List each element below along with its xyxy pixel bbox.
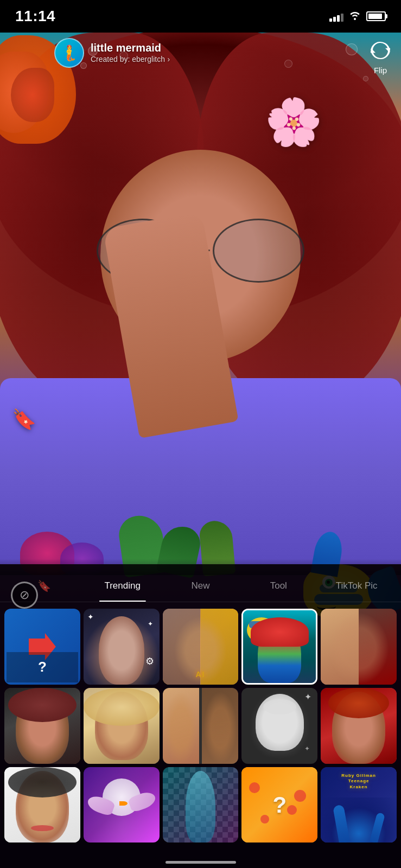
- effect-face-woman-dark[interactable]: [4, 688, 80, 764]
- bubble-1: [346, 43, 358, 55]
- wifi-icon: [349, 10, 361, 23]
- filter-name: little mermaid: [91, 42, 170, 54]
- bookmark-side-button[interactable]: 🔖: [12, 408, 36, 431]
- tool-label: Tool: [270, 580, 287, 591]
- tab-tiktokpic[interactable]: TikTok Pic: [317, 564, 396, 602]
- signal-bar-1: [329, 18, 332, 22]
- tab-tool[interactable]: Tool: [239, 564, 317, 602]
- effect-unknown-red[interactable]: ?: [4, 609, 80, 685]
- bottom-panel: 🔖 Trending New Tool TikTok Pic ?: [0, 564, 401, 868]
- filter-creator[interactable]: Created by: eberglitch ›: [91, 54, 170, 64]
- trending-label: Trending: [104, 580, 140, 591]
- filter-text: little mermaid Created by: eberglitch ›: [91, 42, 170, 64]
- time-display: 11:14: [15, 8, 55, 25]
- battery-icon: [366, 11, 386, 21]
- effect-face-redhead[interactable]: [321, 688, 397, 764]
- effect-double-face[interactable]: [163, 688, 239, 764]
- bubble-3: [363, 76, 368, 81]
- home-indicator: [166, 861, 236, 864]
- tiktokpic-label: TikTok Pic: [336, 580, 378, 591]
- tab-new[interactable]: New: [162, 564, 240, 602]
- effect-asian-woman[interactable]: [4, 767, 80, 843]
- effect-grid: ? ✦ ✦ ⚙ AI: [0, 602, 401, 849]
- filter-info[interactable]: 🧜 little mermaid Created by: eberglitch …: [54, 38, 170, 68]
- signal-bar-4: [341, 14, 343, 22]
- signal-bar-3: [337, 15, 340, 22]
- creator-arrow: ›: [167, 55, 170, 63]
- tab-trending[interactable]: Trending: [84, 564, 162, 602]
- battery-fill: [368, 14, 382, 19]
- effect-split-face[interactable]: [321, 609, 397, 685]
- flip-button[interactable]: Flip: [371, 41, 390, 75]
- bubble-2: [284, 60, 292, 68]
- flip-label: Flip: [374, 66, 387, 75]
- effect-face-blonde[interactable]: [84, 688, 160, 764]
- effect-ai-golden[interactable]: AI: [163, 609, 239, 685]
- effect-ariel[interactable]: [241, 609, 317, 685]
- status-icons: [329, 10, 386, 23]
- bookmark-tab-icon: 🔖: [37, 579, 51, 592]
- effect-bird[interactable]: [84, 767, 160, 843]
- effect-mask[interactable]: ✦ ✦: [241, 688, 317, 764]
- flower-ar-element: 🌸: [265, 95, 322, 149]
- signal-strength: [329, 11, 343, 22]
- effect-pizza[interactable]: ?: [241, 767, 317, 843]
- effect-glamour[interactable]: ✦ ✦ ⚙: [84, 609, 160, 685]
- filter-tab-bar: 🔖 Trending New Tool TikTok Pic: [0, 564, 401, 602]
- effect-mirror[interactable]: [163, 767, 239, 843]
- filter-thumbnail: 🧜: [54, 38, 84, 68]
- no-entry-button[interactable]: ⊘: [11, 582, 38, 609]
- status-bar: 11:14: [0, 0, 401, 33]
- effect-teenage-kraken[interactable]: Ruby GillmanTeenageKraken: [321, 767, 397, 843]
- signal-bar-2: [333, 17, 336, 22]
- new-label: New: [191, 580, 209, 591]
- flip-icon: [371, 41, 390, 65]
